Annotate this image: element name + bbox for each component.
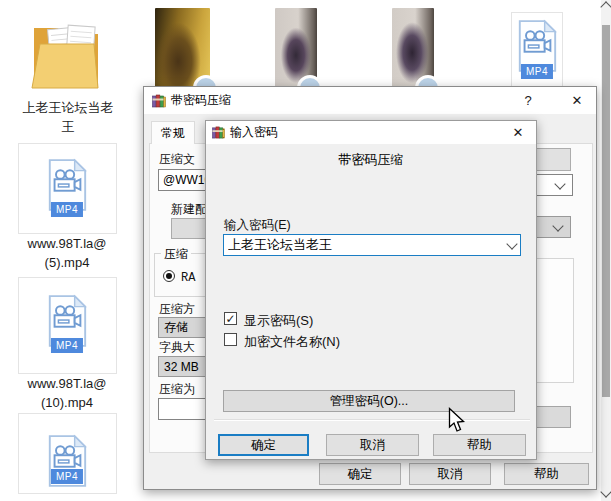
file-tile-top[interactable]: MP4 (511, 12, 563, 94)
dictionary-size-label: 字典大 (159, 339, 195, 356)
encrypt-filenames-checkbox[interactable] (224, 333, 237, 346)
file-tile-mp4-5[interactable]: MP4 (18, 143, 117, 234)
file-tile-mp4-10[interactable]: MP4 (18, 277, 117, 374)
ok-button[interactable]: 确定 (218, 434, 309, 456)
show-password-checkbox[interactable]: ✓ (224, 312, 237, 325)
help-button[interactable]: 帮助 (433, 434, 526, 456)
split-volumes-label: 压缩为 (159, 381, 195, 398)
close-icon[interactable]: ✕ (500, 121, 536, 144)
mouse-cursor (448, 407, 467, 434)
chevron-down-icon[interactable] (506, 238, 517, 249)
check-icon: ✓ (225, 313, 235, 325)
radio-rar[interactable] (163, 270, 175, 282)
winrar-icon (152, 94, 166, 108)
inner-dialog-title: 输入密码 (230, 124, 278, 141)
folder-tile[interactable]: 上老王论坛当老 王 (20, 8, 115, 138)
password-value: 上老王论坛当老王 (228, 236, 508, 254)
archive-format-group-label: 压缩 (161, 246, 191, 263)
winrar-icon (212, 126, 225, 139)
radio-rar-label: RA (181, 271, 195, 285)
show-password-label: 显示密码(S) (244, 312, 313, 330)
encrypt-filenames-label: 加密文件名称(N) (244, 333, 340, 351)
folder-icon (28, 12, 106, 96)
mp4-badge: MP4 (51, 338, 83, 353)
mp4-badge: MP4 (51, 202, 83, 217)
archive-name-label: 压缩文 (159, 151, 195, 168)
file-name: www.98T.la@ (5).mp4 (0, 234, 134, 272)
cancel-button[interactable]: 取消 (326, 434, 419, 456)
inner-dialog-titlebar[interactable]: 输入密码 (206, 121, 536, 144)
context-heading: 带密码压缩 (206, 151, 536, 169)
scrollbar-thumb[interactable] (602, 25, 610, 397)
separator (214, 419, 530, 421)
help-button-outer[interactable]: 帮助 (504, 463, 589, 485)
help-titlebar-button[interactable]: ? (512, 87, 544, 114)
outer-dialog-title: 带密码压缩 (171, 92, 231, 109)
mp4-badge: MP4 (51, 469, 83, 484)
mp4-badge: MP4 (521, 64, 553, 79)
password-combobox[interactable]: 上老王论坛当老王 (223, 234, 521, 256)
scrollbar[interactable] (601, 0, 611, 501)
password-label: 输入密码(E) (224, 217, 291, 234)
cancel-button-outer[interactable]: 取消 (409, 463, 491, 485)
file-tile-bottom[interactable]: MP4 (18, 413, 117, 494)
close-icon[interactable]: ✕ (558, 87, 596, 114)
profile-label: 新建配 (171, 201, 207, 218)
tab-general[interactable]: 常规 (151, 121, 195, 144)
manage-passwords-button[interactable]: 管理密码(O)... (223, 390, 515, 412)
folder-label: 上老王论坛当老 王 (6, 98, 130, 136)
ok-button-outer[interactable]: 确定 (319, 463, 401, 485)
enter-password-dialog: 输入密码 ✕ 带密码压缩 输入密码(E) 上老王论坛当老王 ✓ 显示密码(S) … (205, 120, 537, 460)
file-name: www.98T.la@ (10).mp4 (0, 374, 134, 412)
scroll-up-icon[interactable] (600, 1, 611, 12)
scroll-down-icon[interactable] (600, 486, 611, 497)
compression-method-label: 压缩方 (159, 301, 195, 318)
